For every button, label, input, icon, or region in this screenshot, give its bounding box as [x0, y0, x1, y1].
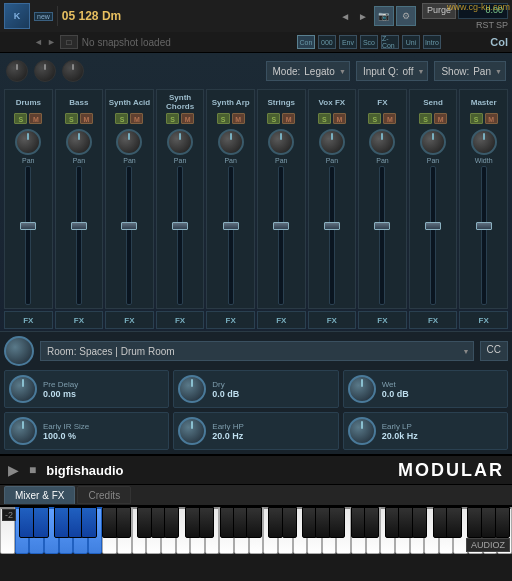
solo-drums[interactable]: S: [14, 113, 27, 124]
fader-track-drums[interactable]: [25, 166, 31, 305]
mute-drums[interactable]: M: [29, 113, 42, 124]
nav-right[interactable]: ►: [47, 37, 56, 47]
fader-track-vox-fx[interactable]: [329, 166, 335, 305]
black-key-8[interactable]: [137, 507, 152, 538]
fader-track-synth-arp[interactable]: [228, 166, 234, 305]
main-knob-1[interactable]: [6, 60, 28, 82]
knob-synth-acid[interactable]: [116, 129, 142, 155]
mute-vox-fx[interactable]: M: [333, 113, 346, 124]
wet-knob[interactable]: [348, 375, 376, 403]
black-key-5[interactable]: [81, 507, 96, 538]
fader-handle-synth-arp[interactable]: [223, 222, 239, 230]
fader-handle-send[interactable]: [425, 222, 441, 230]
stop-button[interactable]: ■: [29, 463, 36, 477]
black-key-20[interactable]: [329, 507, 344, 538]
black-key-2[interactable]: [33, 507, 48, 538]
knob-vox-fx[interactable]: [319, 129, 345, 155]
play-button[interactable]: ▶: [8, 462, 19, 478]
black-key-27[interactable]: [446, 507, 461, 538]
black-key-12[interactable]: [199, 507, 214, 538]
mute-synth-chords[interactable]: M: [181, 113, 194, 124]
wave-intro[interactable]: Intro: [423, 35, 441, 49]
fader-track-bass[interactable]: [76, 166, 82, 305]
mute-send[interactable]: M: [434, 113, 447, 124]
early-hp-knob[interactable]: [178, 417, 206, 445]
solo-synth-arp[interactable]: S: [217, 113, 230, 124]
wave-sco[interactable]: Sco: [360, 35, 378, 49]
inputq-dropdown[interactable]: Input Q: off: [356, 61, 429, 81]
mode-dropdown[interactable]: Mode: Legato: [266, 61, 350, 81]
black-key-7[interactable]: [116, 507, 131, 538]
knob-strings[interactable]: [268, 129, 294, 155]
show-dropdown[interactable]: Show: Pan: [434, 61, 506, 81]
solo-fx[interactable]: S: [368, 113, 381, 124]
mute-synth-acid[interactable]: M: [130, 113, 143, 124]
early-ir-knob[interactable]: [9, 417, 37, 445]
fx-btn-1[interactable]: FX: [4, 311, 53, 329]
solo-synth-chords[interactable]: S: [166, 113, 179, 124]
knob-fx[interactable]: [369, 129, 395, 155]
solo-master[interactable]: S: [470, 113, 483, 124]
knob-bass[interactable]: [66, 129, 92, 155]
fader-track-synth-chords[interactable]: [177, 166, 183, 305]
main-knob-3[interactable]: [62, 60, 84, 82]
fader-handle-synth-acid[interactable]: [121, 222, 137, 230]
fader-track-master[interactable]: [481, 166, 487, 305]
wave-000[interactable]: 000: [318, 35, 336, 49]
mute-fx[interactable]: M: [383, 113, 396, 124]
knob-synth-chords[interactable]: [167, 129, 193, 155]
nav-left[interactable]: ◄: [34, 37, 43, 47]
settings-icon[interactable]: ⚙: [396, 6, 416, 26]
knob-send[interactable]: [420, 129, 446, 155]
black-key-25[interactable]: [412, 507, 427, 538]
knob-master[interactable]: [471, 129, 497, 155]
fx-btn-3[interactable]: FX: [105, 311, 154, 329]
black-key-16[interactable]: [268, 507, 283, 538]
fx-btn-4[interactable]: FX: [156, 311, 205, 329]
fx-btn-2[interactable]: FX: [55, 311, 104, 329]
fx-btn-5[interactable]: FX: [206, 311, 255, 329]
solo-send[interactable]: S: [419, 113, 432, 124]
wave-con[interactable]: Con: [297, 35, 315, 49]
black-key-22[interactable]: [364, 507, 379, 538]
black-key-30[interactable]: [495, 507, 510, 538]
dry-knob[interactable]: [178, 375, 206, 403]
fader-handle-drums[interactable]: [20, 222, 36, 230]
fader-track-send[interactable]: [430, 166, 436, 305]
knob-drums[interactable]: [15, 129, 41, 155]
fader-track-strings[interactable]: [278, 166, 284, 305]
fx-btn-7[interactable]: FX: [308, 311, 357, 329]
wave-env[interactable]: Env: [339, 35, 357, 49]
reverb-main-knob[interactable]: [4, 336, 34, 366]
fader-handle-vox-fx[interactable]: [324, 222, 340, 230]
solo-bass[interactable]: S: [65, 113, 78, 124]
solo-strings[interactable]: S: [267, 113, 280, 124]
camera-icon[interactable]: 📷: [374, 6, 394, 26]
mute-strings[interactable]: M: [282, 113, 295, 124]
fader-track-fx[interactable]: [379, 166, 385, 305]
fx-btn-8[interactable]: FX: [358, 311, 407, 329]
fader-track-synth-acid[interactable]: [126, 166, 132, 305]
fx-btn-6[interactable]: FX: [257, 311, 306, 329]
wave-zcon[interactable]: Z-Con: [381, 35, 399, 49]
knob-synth-arp[interactable]: [218, 129, 244, 155]
piano-keyboard[interactable]: -2 AUDIOZ: [0, 506, 512, 554]
wave-uni[interactable]: Uni: [402, 35, 420, 49]
main-knob-2[interactable]: [34, 60, 56, 82]
next-arrow[interactable]: ►: [356, 11, 370, 22]
pre-delay-knob[interactable]: [9, 375, 37, 403]
solo-synth-acid[interactable]: S: [115, 113, 128, 124]
tab-mixer-fx[interactable]: Mixer & FX: [4, 486, 75, 504]
early-lp-knob[interactable]: [348, 417, 376, 445]
prev-arrow[interactable]: ◄: [338, 11, 352, 22]
purge-button[interactable]: Purge: [422, 3, 456, 19]
mute-bass[interactable]: M: [80, 113, 93, 124]
cc-button[interactable]: CC: [480, 341, 508, 361]
fader-handle-fx[interactable]: [374, 222, 390, 230]
mute-synth-arp[interactable]: M: [232, 113, 245, 124]
black-key-10[interactable]: [164, 507, 179, 538]
fx-btn-9[interactable]: FX: [409, 311, 458, 329]
fader-handle-bass[interactable]: [71, 222, 87, 230]
fader-handle-master[interactable]: [476, 222, 492, 230]
fader-handle-synth-chords[interactable]: [172, 222, 188, 230]
